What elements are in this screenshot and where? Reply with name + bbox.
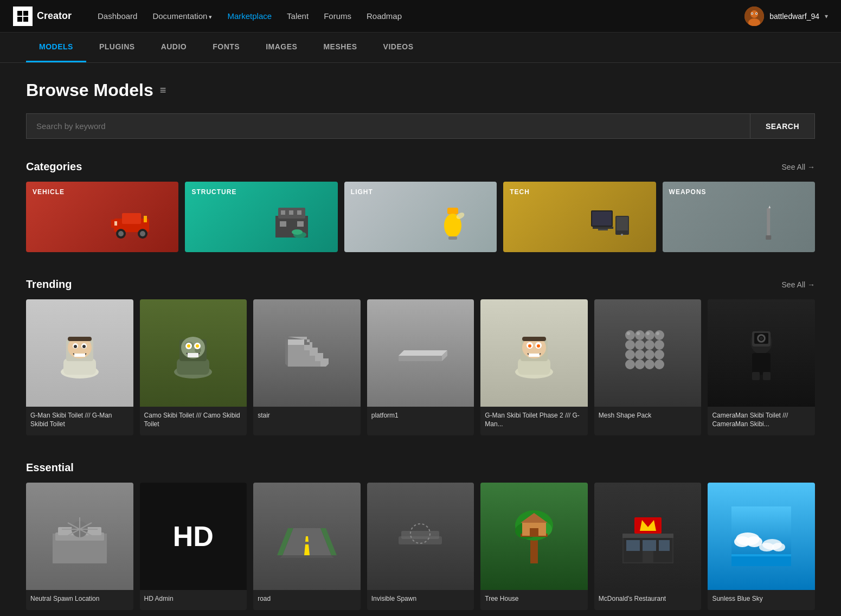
svg-rect-3 <box>23 17 28 22</box>
svg-point-84 <box>654 330 664 340</box>
category-tech[interactable]: TECH <box>503 182 656 252</box>
svg-marker-67 <box>285 337 288 367</box>
svg-rect-40 <box>767 208 770 238</box>
svg-rect-110 <box>763 372 771 380</box>
item-name-2: stair <box>253 407 361 427</box>
svg-point-90 <box>635 350 645 360</box>
svg-point-85 <box>625 340 635 350</box>
svg-marker-65 <box>288 339 304 345</box>
thumbnail-1 <box>140 299 247 407</box>
svg-rect-139 <box>643 540 656 551</box>
svg-rect-12 <box>122 213 141 224</box>
svg-rect-52 <box>68 337 92 341</box>
nav-dashboard[interactable]: Dashboard <box>98 11 137 21</box>
svg-rect-1 <box>23 11 28 16</box>
svg-rect-31 <box>448 236 457 240</box>
user-dropdown-arrow: ▾ <box>825 12 828 20</box>
hd-text: HD <box>173 520 214 553</box>
tab-meshes[interactable]: MESHES <box>310 33 370 62</box>
logo-area[interactable]: Creator <box>13 7 72 26</box>
svg-rect-38 <box>617 217 628 230</box>
svg-point-100 <box>656 332 659 335</box>
essential-item-5[interactable]: McDonald's Restaurant <box>594 483 702 609</box>
nav-forums[interactable]: Forums <box>324 11 351 21</box>
nav-documentation[interactable]: Documentation <box>152 11 212 21</box>
svg-point-39 <box>621 234 623 236</box>
categories-section-header: Categories See All → <box>26 161 815 173</box>
tab-models[interactable]: MODELS <box>26 33 86 62</box>
svg-point-86 <box>635 340 645 350</box>
avatar <box>744 7 764 26</box>
trending-see-all[interactable]: See All → <box>782 280 815 289</box>
trending-item-4[interactable]: G-Man Skibi Toilet Phase 2 /// G-Man... <box>480 299 588 435</box>
category-light[interactable]: LIGHT <box>344 182 497 252</box>
category-structure-image <box>246 196 338 252</box>
essential-name-5: McDonald's Restaurant <box>594 590 702 610</box>
svg-point-150 <box>772 543 785 551</box>
username: battledwarf_94 <box>769 12 819 21</box>
tab-videos[interactable]: VIDEOS <box>370 33 427 62</box>
svg-rect-24 <box>297 210 301 215</box>
essential-item-1[interactable]: HD HD Admin <box>140 483 247 609</box>
svg-rect-142 <box>622 534 673 538</box>
user-area[interactable]: battledwarf_94 ▾ <box>744 7 828 26</box>
categories-see-all[interactable]: See All → <box>782 163 815 171</box>
svg-rect-126 <box>401 531 439 539</box>
item-name-3: platform1 <box>367 407 474 427</box>
svg-rect-2 <box>17 17 22 22</box>
svg-rect-36 <box>598 229 608 230</box>
search-button[interactable]: SEARCH <box>750 113 815 139</box>
svg-point-99 <box>646 332 650 335</box>
essential-item-6[interactable]: Sunless Blue Sky <box>708 483 815 609</box>
category-tech-label: TECH <box>510 188 530 196</box>
svg-point-149 <box>759 543 774 551</box>
thumbnail-3 <box>367 299 474 407</box>
search-input[interactable] <box>26 113 750 139</box>
nav-marketplace[interactable]: Marketplace <box>227 11 272 21</box>
trending-grid: G-Man Skibi Toilet /// G-Man Skibid Toil… <box>26 299 815 435</box>
essential-name-0: Neutral Spawn Location <box>26 590 133 610</box>
svg-rect-23 <box>289 210 293 215</box>
svg-point-10 <box>756 13 757 14</box>
tab-plugins[interactable]: PLUGINS <box>86 33 148 62</box>
tab-audio[interactable]: AUDIO <box>148 33 200 62</box>
category-structure[interactable]: STRUCTURE <box>185 182 337 252</box>
svg-rect-143 <box>634 517 662 534</box>
svg-rect-109 <box>752 372 760 380</box>
filter-icon[interactable]: ≡ <box>160 84 166 97</box>
svg-point-91 <box>645 350 654 360</box>
essential-item-2[interactable]: road <box>253 483 361 609</box>
svg-point-28 <box>292 229 303 235</box>
category-weapons[interactable]: WEAPONS <box>663 182 815 252</box>
svg-rect-79 <box>529 354 540 357</box>
svg-rect-108 <box>752 353 771 375</box>
trending-item-3[interactable]: platform1 <box>367 299 474 435</box>
svg-rect-152 <box>731 554 791 556</box>
essential-item-0[interactable]: Neutral Spawn Location <box>26 483 133 609</box>
thumbnail-4 <box>480 299 588 407</box>
search-bar: SEARCH <box>26 113 815 139</box>
essential-thumbnail-0 <box>26 483 133 590</box>
trending-item-6[interactable]: CameraMan Skibi Toilet /// CameraMan Ski… <box>708 299 815 435</box>
svg-marker-41 <box>768 206 771 208</box>
tab-fonts[interactable]: FONTS <box>200 33 253 62</box>
essential-item-3[interactable]: Invisible Spawn <box>367 483 474 609</box>
logo-text: Creator <box>37 10 72 22</box>
category-vehicle[interactable]: VEHICLE <box>26 182 178 252</box>
trending-item-0[interactable]: G-Man Skibi Toilet /// G-Man Skibid Toil… <box>26 299 133 435</box>
thumbnail-6 <box>708 299 815 407</box>
category-vehicle-label: VEHICLE <box>33 188 65 196</box>
svg-point-88 <box>654 340 664 350</box>
svg-rect-0 <box>17 11 22 16</box>
svg-point-83 <box>645 330 654 340</box>
essential-thumbnail-5 <box>594 483 702 590</box>
trending-item-5[interactable]: Mesh Shape Pack <box>594 299 702 435</box>
trending-item-2[interactable]: stair <box>253 299 361 435</box>
tab-images[interactable]: IMAGES <box>253 33 310 62</box>
essential-item-4[interactable]: Tree House <box>480 483 588 609</box>
svg-point-87 <box>645 340 654 350</box>
essential-thumbnail-1: HD <box>140 483 247 590</box>
nav-talent[interactable]: Talent <box>287 11 309 21</box>
nav-roadmap[interactable]: Roadmap <box>367 11 402 21</box>
trending-item-1[interactable]: Camo Skibi Toilet /// Camo Skibid Toilet <box>140 299 247 435</box>
